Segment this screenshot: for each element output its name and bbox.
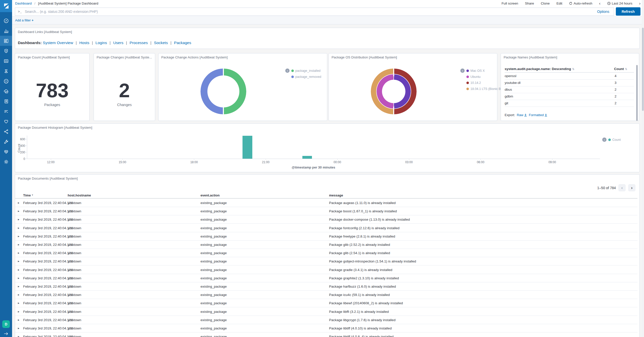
sidebar-item-gear[interactable] [0, 157, 12, 167]
chevron-left-icon[interactable]: ‹ [599, 2, 600, 6]
search-input[interactable]: >_ Search... (e.g. status:200 AND extens… [15, 8, 614, 16]
message-column-header[interactable]: message [329, 193, 343, 197]
document-row[interactable]: ▶February 3rd 2019, 22:40:04.121yorktown… [15, 232, 637, 241]
add-filter-link[interactable]: Add a filter + [15, 18, 33, 22]
histogram-bar[interactable] [302, 156, 312, 159]
expand-row-icon[interactable]: ▶ [18, 277, 19, 279]
host-column-header[interactable]: host.hostname [68, 193, 91, 197]
package-name-row[interactable]: youtube-dl3 [505, 80, 634, 86]
expand-row-icon[interactable]: ▶ [18, 252, 19, 254]
expand-row-icon[interactable]: ▶ [18, 294, 19, 296]
document-row[interactable]: ▶February 3rd 2019, 22:40:04.121yorktown… [15, 266, 637, 274]
expand-row-icon[interactable]: ▶ [18, 302, 19, 304]
legend-item[interactable]: ›package_installed [291, 68, 321, 74]
legend-item[interactable]: 18.04.1 LTS (Bionic B... [466, 86, 503, 92]
legend-toggle-icon[interactable]: › [460, 69, 465, 73]
dashboard-link-logins[interactable]: Logins [94, 41, 108, 45]
arrow-right-icon[interactable] [4, 332, 8, 335]
expand-row-icon[interactable]: ▶ [18, 210, 19, 212]
page-scrollbar-thumb[interactable] [642, 28, 644, 111]
expand-row-icon[interactable]: ▶ [18, 335, 19, 337]
time-column-header[interactable]: Time▼ [23, 193, 31, 197]
sidebar-item-graph-nodes[interactable] [0, 126, 12, 137]
expand-row-icon[interactable]: ▶ [18, 260, 19, 262]
expand-row-icon[interactable]: ▶ [18, 311, 19, 313]
document-row[interactable]: ▶February 3rd 2019, 22:40:04.121yorktown… [15, 207, 637, 215]
expand-row-icon[interactable]: ▶ [18, 244, 19, 246]
clone-link[interactable]: Clone [541, 2, 550, 5]
options-link[interactable]: Options [593, 10, 614, 14]
expand-row-icon[interactable]: ▶ [18, 202, 19, 204]
legend-item[interactable]: Ubuntu [466, 74, 503, 80]
os-distribution-donut-inner[interactable] [377, 74, 411, 109]
document-row[interactable]: ▶February 3rd 2019, 22:40:04.121yorktown… [15, 308, 637, 316]
dashboard-link-hosts[interactable]: Hosts [78, 41, 90, 45]
breadcrumb-dashboard-link[interactable]: Dashboard [15, 2, 32, 5]
panel-scrollbar-thumb[interactable] [636, 65, 638, 121]
legend-item[interactable]: 10.14.2 [466, 80, 503, 86]
sidebar-item-cloud-server[interactable] [0, 86, 12, 96]
space-badge[interactable]: D [2, 320, 10, 328]
share-link[interactable]: Share [525, 2, 534, 5]
document-row[interactable]: ▶February 3rd 2019, 22:40:04.121yorktown… [15, 249, 637, 257]
document-row[interactable]: ▶February 3rd 2019, 22:40:04.121yorktown… [15, 224, 637, 232]
dashboard-link-sockets[interactable]: Sockets [153, 41, 169, 45]
next-page-button[interactable]: › [628, 184, 635, 191]
dashboard-link-users[interactable]: Users [112, 41, 125, 45]
sidebar-item-shield[interactable] [0, 46, 12, 56]
document-row[interactable]: ▶February 3rd 2019, 22:40:04.121yorktown… [15, 241, 637, 249]
package-names-header[interactable]: system.audit.package.name: Descending⇅ C… [505, 67, 634, 73]
name-column-header[interactable]: system.audit.package.name: Descending [505, 67, 571, 71]
export-formatted-link[interactable]: Formatted [529, 113, 547, 117]
sidebar-item-map-pin[interactable] [0, 66, 12, 76]
package-name-row[interactable]: git2 [505, 100, 634, 107]
sidebar-item-heartbeat[interactable] [0, 147, 12, 157]
package-name-row[interactable]: dbus2 [505, 86, 634, 93]
document-row[interactable]: ▶February 3rd 2019, 22:40:04.121yorktown… [15, 324, 637, 332]
sidebar-item-wrench[interactable] [0, 137, 12, 147]
dashboard-link-processes[interactable]: Processes [129, 41, 149, 45]
expand-row-icon[interactable]: ▶ [18, 227, 19, 229]
time-range-picker[interactable]: Last 24 hours [607, 2, 632, 5]
document-row[interactable]: ▶February 3rd 2019, 22:40:04.121yorktown… [15, 199, 637, 207]
edit-link[interactable]: Edit [556, 2, 562, 5]
refresh-button[interactable]: Refresh [616, 7, 640, 16]
sidebar-item-bar-chart[interactable] [0, 26, 12, 36]
document-row[interactable]: ▶February 3rd 2019, 22:40:04.121yorktown… [15, 282, 637, 291]
action-column-header[interactable]: event.action [200, 193, 220, 197]
package-name-row[interactable]: gdbm2 [505, 93, 634, 100]
document-row[interactable]: ▶February 3rd 2019, 22:40:04.121yorktown… [15, 215, 637, 224]
sidebar-item-heart[interactable] [0, 116, 12, 126]
sidebar-item-canvas-frame[interactable] [0, 56, 12, 66]
document-row[interactable]: ▶February 3rd 2019, 22:40:04.121yorktown… [15, 332, 637, 337]
document-row[interactable]: ▶February 3rd 2019, 22:40:04.121yorktown… [15, 299, 637, 307]
sidebar-item-scroll[interactable] [0, 96, 12, 106]
auto-refresh-link[interactable]: Auto-refresh [569, 2, 592, 5]
sidebar-item-compass[interactable] [0, 16, 12, 26]
document-row[interactable]: ▶February 3rd 2019, 22:40:04.121yorktown… [15, 316, 637, 324]
legend-item[interactable]: ›Mac OS X [466, 68, 503, 74]
document-row[interactable]: ▶February 3rd 2019, 22:40:04.121yorktown… [15, 274, 637, 282]
count-column-header[interactable]: Count [614, 67, 624, 71]
expand-row-icon[interactable]: ▶ [18, 285, 19, 288]
expand-row-icon[interactable]: ▶ [18, 319, 19, 321]
expand-row-icon[interactable]: ▶ [18, 218, 19, 221]
legend-toggle-icon[interactable]: › [602, 138, 607, 142]
full-screen-link[interactable]: Full screen [502, 2, 518, 5]
sidebar-item-machine-learning[interactable] [0, 76, 12, 86]
export-raw-link[interactable]: Raw [517, 113, 527, 117]
package-name-row[interactable]: openssl4 [505, 73, 634, 80]
expand-row-icon[interactable]: ▶ [18, 327, 19, 329]
kibana-logo[interactable] [0, 0, 12, 12]
prev-page-button[interactable]: ‹ [618, 184, 626, 191]
legend-item[interactable]: package_removed [291, 74, 321, 80]
chevron-right-icon[interactable]: › [639, 2, 640, 6]
sidebar-item-text-lines[interactable] [0, 106, 12, 116]
document-row[interactable]: ▶February 3rd 2019, 22:40:04.121yorktown… [15, 291, 637, 299]
dashboard-link-system-overview[interactable]: System Overview [43, 41, 74, 45]
document-row[interactable]: ▶February 3rd 2019, 22:40:04.121yorktown… [15, 257, 637, 265]
legend-toggle-icon[interactable]: › [285, 69, 290, 73]
legend-item[interactable]: ›Count [608, 137, 621, 143]
dashboard-link-packages[interactable]: Packages [173, 41, 191, 45]
histogram-bar[interactable] [243, 136, 252, 159]
